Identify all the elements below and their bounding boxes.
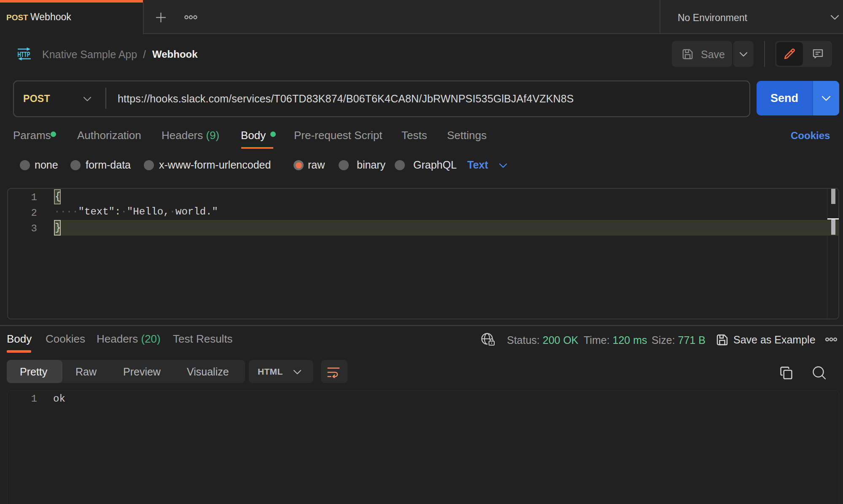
svg-text:HTTP: HTTP — [18, 51, 30, 58]
